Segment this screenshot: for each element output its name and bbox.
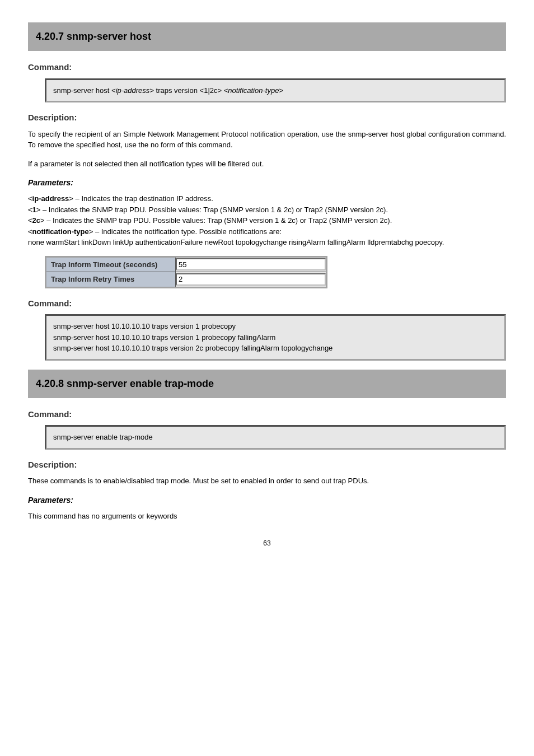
description-text-3: These commands is to enable/disabled tra… — [28, 475, 506, 487]
param-note-1: <ip-address> – Indicates the trap destin… — [28, 193, 506, 248]
description-text-1: To specify the recipient of an Simple Ne… — [28, 129, 506, 151]
command-heading: Command: — [28, 61, 506, 74]
page-number: 63 — [28, 538, 506, 548]
table-row: Trap Inform Retry Times — [46, 272, 327, 288]
section-header-bar: 4.20.7 snmp-server host — [28, 22, 506, 51]
param-label-timeout: Trap Inform Timeout (seconds) — [46, 256, 176, 272]
parameters-heading-2: Parameters: — [28, 494, 506, 506]
param-input-timeout[interactable] — [176, 258, 326, 270]
description-text-2: If a parameter is not selected then all … — [28, 158, 506, 170]
param-label-retry: Trap Inform Retry Times — [46, 272, 176, 288]
section-header-bar: 4.20.8 snmp-server enable trap-mode — [28, 370, 506, 398]
command-syntax-box: snmp-server host <ip-address> traps vers… — [45, 78, 506, 103]
param-note-2: This command has no arguments or keyword… — [28, 511, 506, 522]
description-heading: Description: — [28, 111, 506, 124]
param-input-retry[interactable] — [176, 273, 326, 286]
cmd-text-2: snmp-server enable trap-mode — [53, 433, 153, 441]
cmd-line-2: snmp-server host 10.10.10.10 traps versi… — [53, 332, 498, 343]
command-heading-2: Command: — [28, 297, 506, 310]
command-heading-3: Command: — [28, 408, 506, 421]
parameters-heading: Parameters: — [28, 177, 506, 189]
description-heading-2: Description: — [28, 459, 506, 472]
section-title: 4.20.7 snmp-server host — [36, 29, 498, 44]
cmd-line-1: snmp-server host 10.10.10.10 traps versi… — [53, 321, 498, 332]
cmd-line-3: snmp-server host 10.10.10.10 traps versi… — [53, 343, 498, 354]
section-title-2: 4.20.8 snmp-server enable trap-mode — [36, 376, 498, 391]
command-example-box: snmp-server host 10.10.10.10 traps versi… — [45, 314, 506, 361]
params-table: Trap Inform Timeout (seconds) Trap Infor… — [45, 256, 327, 288]
command-syntax-box-2: snmp-server enable trap-mode — [45, 425, 506, 450]
table-row: Trap Inform Timeout (seconds) — [46, 256, 327, 272]
